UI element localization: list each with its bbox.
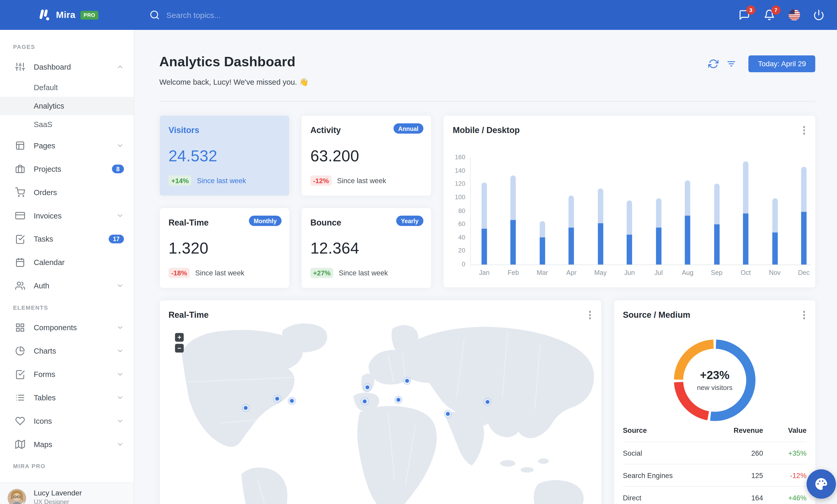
sidebar-item-projects[interactable]: Projects8: [0, 157, 133, 180]
stat-value: 24.532: [168, 147, 217, 165]
sidebar-item-orders[interactable]: Orders: [0, 180, 133, 204]
bar-mobile[interactable]: [714, 224, 719, 264]
sidebar-item-auth[interactable]: Auth: [0, 274, 133, 297]
realtime-map-title: Real-Time: [168, 310, 209, 320]
map-marker[interactable]: [242, 405, 249, 411]
map-marker[interactable]: [484, 398, 491, 406]
refresh-icon[interactable]: [708, 59, 719, 69]
check-square-icon: [15, 234, 25, 244]
table-row[interactable]: Search Engines125-12%: [623, 464, 806, 486]
theme-settings-fab-palette-icon[interactable]: [806, 469, 836, 499]
welcome-text: Welcome back, Lucy! We've missed you. 👋: [159, 78, 309, 86]
sidebar-item-label: Maps: [34, 440, 117, 448]
bar-mobile[interactable]: [482, 228, 487, 264]
map-zoom-in-button[interactable]: +: [175, 333, 183, 342]
sidebar-item-label: SaaS: [34, 120, 53, 129]
sidebar-item-invoices[interactable]: Invoices: [0, 204, 133, 227]
map-zoom-out-button[interactable]: −: [175, 344, 183, 353]
y-axis-tick: 80: [447, 207, 465, 214]
bar-mobile[interactable]: [656, 228, 661, 265]
source-cell: Direct: [623, 493, 703, 502]
bar-mobile[interactable]: [511, 220, 516, 264]
map-marker[interactable]: [274, 395, 281, 402]
check-square-icon: [15, 369, 25, 379]
sidebar-item-pages[interactable]: Pages: [0, 133, 133, 157]
bar-mobile[interactable]: [569, 228, 574, 265]
table-row[interactable]: Direct164+46%: [623, 486, 806, 504]
brand[interactable]: Mira PRO: [0, 7, 134, 22]
table-row[interactable]: Social260+35%: [623, 442, 806, 464]
sidebar-item-tasks[interactable]: Tasks17: [0, 227, 133, 250]
messages-button[interactable]: 3: [739, 9, 751, 21]
sidebar-item-icons[interactable]: Icons: [0, 409, 133, 432]
source-medium-title: Source / Medium: [623, 310, 690, 320]
sidebar-item-tables[interactable]: Tables: [0, 386, 133, 409]
search-bar[interactable]: [149, 10, 739, 20]
card-menu-kebab-icon[interactable]: [801, 309, 806, 321]
x-axis-label: Aug: [676, 269, 699, 276]
sidebar: PAGESDashboardDefaultAnalyticsSaaSPagesP…: [0, 30, 134, 504]
mira-logo-icon: [36, 7, 51, 22]
map-marker[interactable]: [364, 384, 371, 391]
credit-card-icon: [15, 210, 25, 220]
bar-mobile[interactable]: [685, 216, 690, 264]
sidebar-section-label: MIRA PRO: [0, 458, 133, 474]
value-cell: -12%: [763, 471, 806, 479]
sidebar-item-charts[interactable]: Charts: [0, 339, 133, 362]
map-marker[interactable]: [444, 410, 451, 417]
world-map[interactable]: [160, 300, 601, 504]
sidebar-user-footer[interactable]: Lucy Lavender UX Designer: [0, 482, 133, 504]
stat-value: 63.200: [310, 147, 359, 165]
filter-icon[interactable]: [726, 59, 737, 69]
map-marker[interactable]: [404, 377, 410, 384]
stat-caption: Since last week: [195, 269, 244, 277]
map-marker[interactable]: [361, 398, 368, 405]
x-axis-label: Oct: [734, 269, 758, 276]
bar-mobile[interactable]: [743, 214, 748, 265]
pie-icon: [15, 346, 25, 356]
sidebar-item-default[interactable]: Default: [0, 78, 133, 97]
delta-badge: -12%: [310, 175, 332, 186]
sidebar-item-saas[interactable]: SaaS: [0, 115, 133, 133]
map-marker[interactable]: [395, 396, 402, 403]
sidebar-item-forms[interactable]: Forms: [0, 362, 133, 386]
bar-mobile[interactable]: [627, 234, 632, 264]
period-badge[interactable]: Annual: [393, 124, 424, 134]
sidebar-item-dashboard[interactable]: Dashboard: [0, 55, 133, 78]
bar-mobile[interactable]: [540, 237, 545, 265]
sidebar-item-calendar[interactable]: Calendar: [0, 250, 133, 274]
y-axis-tick: 20: [447, 247, 465, 254]
search-input[interactable]: [166, 11, 340, 19]
revenue-cell: 125: [704, 471, 763, 479]
sliders-icon: [15, 61, 25, 72]
chevron-down-icon: [116, 370, 124, 378]
sidebar-item-components[interactable]: Components: [0, 316, 133, 339]
y-axis-tick: 40: [447, 234, 465, 241]
search-icon: [149, 10, 160, 20]
sign-out-power-button[interactable]: [813, 9, 825, 21]
sidebar-item-label: Analytics: [34, 101, 64, 110]
date-range-button[interactable]: Today: April 29: [749, 55, 815, 72]
sidebar-item-analytics[interactable]: Analytics: [0, 97, 133, 115]
stat-title: Visitors: [168, 126, 281, 135]
notifications-count-badge: 7: [771, 5, 781, 15]
sidebar-item-label: Auth: [34, 281, 117, 290]
period-badge[interactable]: Yearly: [396, 216, 423, 226]
bar-mobile[interactable]: [801, 212, 806, 264]
sidebar-item-maps[interactable]: Maps: [0, 432, 133, 456]
bar-mobile[interactable]: [772, 232, 778, 265]
period-badge[interactable]: Monthly: [249, 216, 282, 226]
y-axis-tick: 60: [447, 221, 465, 227]
sidebar-count-badge: 17: [109, 234, 124, 243]
sidebar-item-label: Tables: [34, 393, 117, 402]
language-flag-us-icon[interactable]: [789, 10, 800, 21]
bar-mobile[interactable]: [598, 223, 603, 265]
stat-caption: Since last week: [339, 269, 388, 277]
chevron-down-icon: [116, 394, 124, 401]
sidebar-item-label: Dashboard: [34, 62, 117, 71]
map-marker[interactable]: [288, 397, 295, 404]
x-axis-label: Jul: [647, 269, 671, 276]
sidebar-item-label: Calendar: [34, 258, 124, 266]
stat-card-visitors: Visitors24.532+14%Since last week: [160, 116, 289, 195]
notifications-button[interactable]: 7: [764, 9, 776, 21]
